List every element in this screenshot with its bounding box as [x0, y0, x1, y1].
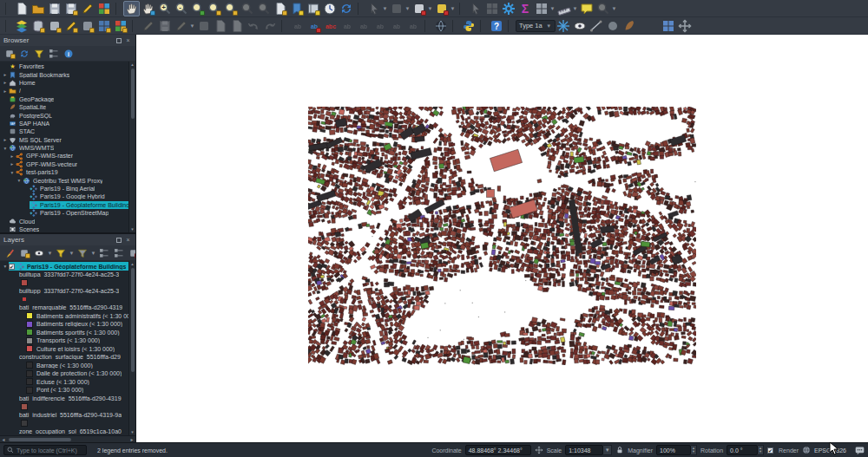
draw-circle-icon[interactable] [605, 18, 621, 34]
filter-legend-expression-icon[interactable] [76, 246, 89, 259]
scroll-left-icon[interactable]: ◄ [0, 437, 7, 442]
chevron-down-icon[interactable]: ▼ [47, 251, 53, 256]
collapse-icon[interactable]: ▾ [2, 264, 9, 269]
show-spatial-bookmarks-icon[interactable] [305, 1, 321, 16]
browser-item-spatial-bookmarks[interactable]: ▸Spatial Bookmarks [0, 70, 128, 78]
browser-item-postgresql[interactable]: PostgreSQL [0, 111, 128, 119]
chevron-down-icon[interactable]: ▼ [572, 6, 578, 11]
new-map-view-icon[interactable] [272, 1, 288, 16]
collapse-icon[interactable]: ▾ [16, 178, 23, 183]
filter-legend-icon[interactable] [54, 246, 68, 259]
show-statistics-icon[interactable]: Σ [516, 1, 533, 16]
browser-item-geopackage[interactable]: GeoPackage [0, 95, 128, 103]
magnifier-value[interactable]: 100% [656, 445, 691, 455]
layer-visibility-checkbox[interactable]: ✔ [9, 264, 15, 270]
pan-map-icon[interactable] [123, 1, 140, 16]
chevron-down-icon[interactable]: ▼ [603, 445, 612, 455]
browser-item-paris19-g-oplateforme-buildings[interactable]: Paris19 - Géoplateforme Buildings [0, 201, 128, 209]
select-by-value-icon[interactable] [411, 1, 427, 16]
new-shapefile-layer-icon[interactable] [46, 18, 62, 34]
move-content-icon[interactable] [677, 18, 694, 34]
chevron-down-icon[interactable]: ▼ [90, 251, 96, 256]
python-console-icon[interactable] [460, 18, 477, 34]
new-geopackage-layer-icon[interactable] [30, 18, 46, 34]
map-tips-icon[interactable] [578, 1, 595, 16]
extents-icon[interactable] [535, 446, 543, 454]
spinner-arrows[interactable]: ▲▼ [758, 445, 764, 455]
layer-diagram-icon[interactable]: abc [322, 18, 339, 34]
measure-icon[interactable] [556, 1, 572, 16]
render-checkbox[interactable]: ✔ [767, 447, 773, 454]
browser-item-paris19-google-hybrid[interactable]: Paris19 - Google Hybrid [0, 193, 128, 200]
lock-icon[interactable] [615, 446, 624, 454]
zoom-out-icon[interactable]: - [173, 1, 189, 16]
scroll-down-icon[interactable]: ▼ [130, 226, 134, 232]
new-print-layout-icon[interactable] [79, 1, 95, 16]
annotation-style-combo[interactable]: Type 1a▼ [516, 20, 556, 32]
browser-item-paris19-openstreetmap[interactable]: Paris19 - OpenStreetMap [0, 209, 128, 217]
qgis-hub-icon[interactable] [432, 18, 449, 34]
rotation-value[interactable]: 0.0 ° [727, 445, 758, 455]
expand-icon[interactable]: ▸ [9, 153, 16, 159]
expand-icon[interactable]: ▸ [9, 161, 16, 166]
chevron-down-icon[interactable]: ▼ [189, 23, 195, 29]
new-scratch-layer-icon[interactable] [79, 18, 95, 34]
new-virtual-layer-icon[interactable] [95, 18, 112, 34]
layers-horizontal-scrollbar[interactable]: ◄ ► [0, 435, 135, 442]
temporal-controller-icon[interactable] [321, 1, 338, 16]
show-layout-manager-icon[interactable] [95, 1, 112, 16]
project-new-icon[interactable] [13, 1, 30, 16]
chevron-down-icon[interactable]: ▼ [404, 6, 411, 11]
browser-item-spatialite[interactable]: SpatiaLite [0, 103, 128, 111]
project-save-icon[interactable] [46, 1, 62, 16]
new-spatialite-layer-icon[interactable] [62, 18, 79, 34]
browser-item-ms-sql-server[interactable]: ▸MS SQL Server [0, 136, 128, 144]
open-attribute-table-icon[interactable] [533, 1, 549, 16]
float-panel-icon[interactable] [115, 236, 122, 244]
deselect-features-icon[interactable] [433, 1, 450, 16]
spinner-arrows[interactable]: ▲▼ [691, 445, 697, 455]
chevron-down-icon[interactable]: ▼ [611, 6, 617, 11]
manage-map-themes-icon[interactable] [32, 246, 46, 259]
expand-all-icon[interactable] [97, 246, 111, 259]
zoom-to-layer-icon[interactable] [222, 1, 239, 16]
browser-item-paris19-bing-aerial[interactable]: Paris19 - Bing Aerial [0, 185, 128, 193]
chevron-down-icon[interactable]: ▼ [69, 251, 75, 256]
magnifier-spinner[interactable]: 100% ▲▼ [656, 445, 697, 455]
layers-vertical-scrollbar[interactable]: ▲ ▼ [128, 261, 135, 435]
collapse-icon[interactable]: ▾ [9, 170, 16, 175]
zoom-in-icon[interactable]: + [156, 1, 173, 16]
expand-icon[interactable]: ▸ [2, 137, 9, 142]
collapse-all-icon[interactable] [47, 47, 61, 60]
project-open-icon[interactable] [30, 1, 46, 16]
chevron-down-icon[interactable]: ▼ [427, 6, 433, 11]
layout-grid-icon[interactable] [661, 18, 677, 34]
map-canvas[interactable] [136, 35, 868, 442]
open-layer-styling-icon[interactable] [3, 246, 16, 259]
quick-draw-icon[interactable] [621, 18, 638, 34]
collapse-all-layers-icon[interactable] [112, 246, 126, 259]
locator-search-input[interactable]: Type to locate (Ctrl+K) [3, 445, 87, 455]
messages-icon[interactable] [855, 446, 865, 455]
browser-item-geotribu-test-wms-proxy[interactable]: ▾Geotribu Test WMS Proxy [0, 176, 128, 184]
browser-item-wms-wmts[interactable]: ▾WMS/WMTS [0, 144, 128, 152]
browser-item-home[interactable]: ▸Home [0, 79, 128, 87]
expand-icon[interactable]: ▸ [2, 72, 9, 77]
expand-icon[interactable]: ▸ [2, 88, 9, 94]
close-panel-icon[interactable]: × [124, 236, 132, 244]
scroll-down-icon[interactable]: ▼ [130, 429, 134, 435]
help-whats-this-icon[interactable]: ? [488, 18, 504, 34]
chevron-down-icon[interactable]: ▼ [382, 6, 388, 11]
filter-browser-icon[interactable] [32, 47, 46, 60]
add-group-icon[interactable] [17, 246, 31, 259]
browser-item-[interactable]: ▸/ [0, 87, 128, 95]
browser-item-scenes[interactable]: Scenes [0, 225, 128, 232]
refresh-browser-icon[interactable] [17, 47, 31, 60]
layer-row-paris19-geoplateforme-buildings[interactable]: ▾✔Paris19 - Géoplateforme Buildings [0, 262, 128, 271]
browser-item-sap-hana[interactable]: SAPSAP HANA [0, 120, 128, 127]
new-mesh-layer-icon[interactable] [112, 18, 128, 34]
expand-icon[interactable]: ▸ [2, 80, 9, 85]
browser-item-test-paris19[interactable]: ▾test-paris19 [0, 168, 128, 176]
pan-to-selection-icon[interactable] [140, 1, 156, 16]
chevron-down-icon[interactable]: ▼ [549, 6, 556, 11]
